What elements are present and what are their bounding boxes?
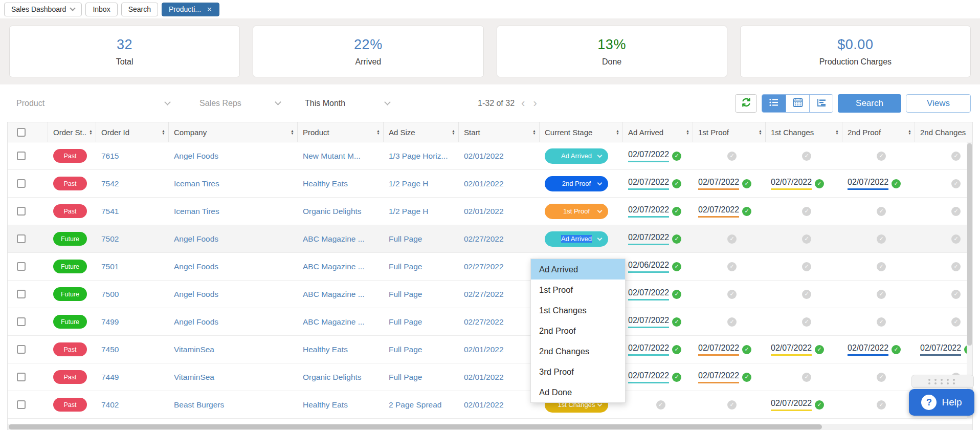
- sales-reps-filter-select[interactable]: Sales Reps: [199, 99, 280, 108]
- row-checkbox[interactable]: [17, 207, 26, 216]
- cell-order_id: 7499: [96, 317, 169, 327]
- cell-text: Full Page: [389, 262, 422, 271]
- sort-icon[interactable]: ▲▼: [616, 130, 619, 135]
- cell-first_proof: ✓: [693, 152, 766, 161]
- order-id-link[interactable]: 7402: [101, 400, 119, 410]
- table-row[interactable]: Future7502Angel FoodsABC Magazine ...Ful…: [8, 225, 972, 253]
- current-stage-dropdown[interactable]: Ad Arrived: [545, 231, 608, 247]
- stage-menu-item[interactable]: 1st Changes: [531, 300, 625, 320]
- stage-menu-item[interactable]: Ad Arrived: [531, 259, 625, 280]
- column-header-second_proof[interactable]: 2nd Proof▲▼: [842, 122, 915, 142]
- cell-first_proof: 02/07/2022✓: [693, 178, 766, 190]
- row-checkbox[interactable]: [17, 179, 26, 188]
- stage-menu-item[interactable]: 1st Proof: [531, 280, 625, 300]
- cell-second_proof: ✓: [842, 373, 915, 382]
- current-stage-dropdown[interactable]: Ad Arrived: [545, 148, 608, 164]
- gantt-view-button[interactable]: [809, 95, 833, 112]
- row-checkbox[interactable]: [17, 373, 26, 381]
- row-checkbox[interactable]: [17, 234, 26, 243]
- tab-sales-dashboard[interactable]: Sales Dashboard: [4, 3, 82, 16]
- row-checkbox[interactable]: [17, 317, 26, 326]
- stage-label: Ad Arrived: [561, 235, 592, 243]
- table-row[interactable]: Past7449VitaminSeaOrganic DelightsFull P…: [8, 363, 972, 391]
- close-icon[interactable]: ✕: [207, 6, 212, 13]
- column-header-company[interactable]: Company▲▼: [169, 122, 298, 142]
- next-page-icon[interactable]: ›: [531, 99, 538, 108]
- vertical-scrollbar-thumb[interactable]: [967, 143, 972, 346]
- table-row[interactable]: Future7500Angel FoodsABC Magazine ...Ful…: [8, 281, 972, 308]
- table-row[interactable]: Past7615Angel FoodsNew Mutant M...1/3 Pa…: [8, 142, 972, 170]
- refresh-button[interactable]: [735, 94, 757, 113]
- order-id-link[interactable]: 7450: [101, 345, 119, 354]
- sort-icon[interactable]: ▲▼: [759, 130, 762, 135]
- tab-search[interactable]: Search: [121, 3, 158, 16]
- sort-icon[interactable]: ▲▼: [835, 130, 839, 135]
- column-header-status[interactable]: Order St..▲▼: [48, 122, 96, 142]
- sort-icon[interactable]: ▲▼: [532, 130, 536, 135]
- table-row[interactable]: Past7541Iceman TiresOrganic Delights1/2 …: [8, 198, 972, 225]
- help-label: Help: [942, 397, 962, 408]
- stat-cards: 32Total22%Arrived13%Done$0.00Production …: [0, 18, 980, 84]
- column-header-ad_size[interactable]: Ad Size▲▼: [384, 122, 459, 142]
- sort-icon[interactable]: ▲▼: [686, 130, 689, 135]
- row-checkbox[interactable]: [17, 152, 26, 160]
- order-id-link[interactable]: 7501: [101, 262, 119, 271]
- order-id-link[interactable]: 7500: [101, 290, 119, 299]
- sort-icon[interactable]: ▲▼: [376, 130, 380, 135]
- stage-menu-item[interactable]: 3rd Proof: [531, 361, 625, 382]
- order-id-link[interactable]: 7542: [101, 179, 119, 188]
- stage-menu-item[interactable]: 2nd Changes: [531, 341, 625, 361]
- column-header-stage[interactable]: Current Stage▲▼: [540, 122, 623, 142]
- prev-page-icon[interactable]: ‹: [520, 99, 526, 108]
- select-all-checkbox[interactable]: [17, 128, 26, 137]
- table-row[interactable]: Past7402Beast BurgersHealthy Eats2 Page …: [8, 391, 972, 419]
- views-button[interactable]: Views: [906, 94, 971, 113]
- horizontal-scrollbar[interactable]: [8, 424, 972, 430]
- check-empty-icon: ✓: [877, 400, 886, 410]
- row-checkbox[interactable]: [17, 400, 26, 409]
- list-view-button[interactable]: [762, 95, 786, 112]
- product-filter-select[interactable]: Product: [16, 99, 170, 108]
- tab-production[interactable]: Producti... ✕: [162, 3, 219, 16]
- column-header-start[interactable]: Start▲▼: [459, 122, 540, 142]
- column-header-order_id[interactable]: Order Id▲▼: [96, 122, 169, 142]
- column-header-first_changes[interactable]: 1st Changes▲▼: [766, 122, 842, 142]
- horizontal-scrollbar-thumb[interactable]: [9, 424, 822, 429]
- stage-menu-item[interactable]: Ad Done: [531, 382, 625, 402]
- current-stage-dropdown[interactable]: 1st Proof: [545, 204, 608, 219]
- sort-icon[interactable]: ▲▼: [452, 130, 455, 135]
- drag-handle[interactable]: [911, 375, 974, 388]
- column-header-ad_arrived[interactable]: Ad Arrived▲▼: [623, 122, 693, 142]
- sort-icon[interactable]: ▲▼: [908, 130, 911, 135]
- tab-inbox[interactable]: Inbox: [85, 3, 117, 16]
- sort-icon[interactable]: ▲▼: [89, 130, 93, 135]
- sort-icon[interactable]: ▲▼: [291, 130, 294, 135]
- table-row[interactable]: Past7450VitaminSeaHealthy EatsFull Page0…: [8, 336, 972, 363]
- sort-icon[interactable]: ▲▼: [162, 130, 165, 135]
- row-checkbox[interactable]: [17, 262, 26, 271]
- cell-text: Angel Foods: [174, 290, 218, 299]
- help-button[interactable]: ? Help: [909, 389, 974, 416]
- row-checkbox[interactable]: [17, 345, 26, 354]
- order-id-link[interactable]: 7499: [101, 317, 119, 327]
- cell-text: Iceman Tires: [174, 179, 219, 188]
- order-id-link[interactable]: 7449: [101, 373, 119, 382]
- cell-second_changes: ✓: [915, 207, 973, 216]
- cell-second_proof: ✓: [842, 317, 915, 327]
- table-row[interactable]: Future7499Angel FoodsABC Magazine ...Ful…: [8, 308, 972, 336]
- order-id-link[interactable]: 7502: [101, 234, 119, 244]
- current-stage-dropdown[interactable]: 2nd Proof: [545, 176, 608, 191]
- order-id-link[interactable]: 7541: [101, 207, 119, 216]
- column-header-product[interactable]: Product▲▼: [298, 122, 384, 142]
- table-row[interactable]: Past7542Iceman TiresHealthy Eats1/2 Page…: [8, 170, 972, 198]
- column-header-first_proof[interactable]: 1st Proof▲▼: [693, 122, 766, 142]
- period-filter-select[interactable]: This Month: [305, 99, 390, 108]
- column-header-second_changes[interactable]: 2nd Changes▲▼: [915, 122, 973, 142]
- stage-menu-item[interactable]: 2nd Proof: [531, 320, 625, 341]
- row-checkbox[interactable]: [17, 290, 26, 298]
- order-id-link[interactable]: 7615: [101, 152, 119, 161]
- search-button[interactable]: Search: [838, 94, 901, 113]
- chevron-down-icon: [597, 208, 603, 213]
- table-row[interactable]: Future7501Angel FoodsABC Magazine ...Ful…: [8, 253, 972, 281]
- calendar-view-button[interactable]: [786, 95, 809, 112]
